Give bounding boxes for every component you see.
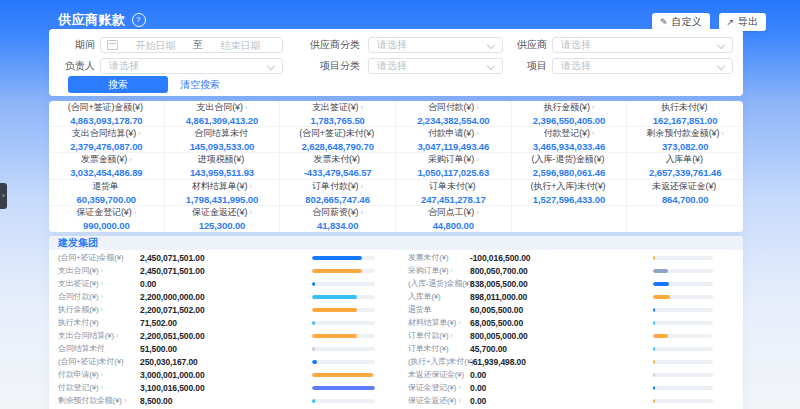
summary-cell[interactable]: 付款登记(¥)› 3,465,934,033.46 bbox=[512, 127, 628, 153]
account-row: 合同结算未付 51,500.00 bbox=[49, 342, 375, 355]
clear-search-button[interactable]: 清空搜索 bbox=[180, 76, 220, 93]
chevron-right-icon: › bbox=[100, 384, 102, 391]
chevron-right-icon: › bbox=[476, 129, 479, 138]
summary-cell-value: 1,798,431,995.00 bbox=[186, 194, 258, 205]
account-row[interactable]: 剩余预付款金额(¥)› 8,500.00 bbox=[49, 394, 375, 407]
account-row[interactable]: 保证金返还(¥)› 0.00 bbox=[396, 394, 713, 407]
account-row[interactable]: 付款申请(¥)› 3,000,001,000.00 bbox=[49, 368, 375, 381]
account-row-value: 800,050,700.00 bbox=[470, 266, 528, 276]
company-rows: (合同+签证)金额(¥) 2,450,071,501.00 支出合同(¥)› 2… bbox=[49, 250, 743, 409]
drawer-handle[interactable]: › bbox=[0, 183, 7, 209]
account-row-value: 0.00 bbox=[470, 396, 486, 406]
supplier-accounts-page: 供应商账款 ? ✎ 自定义 ↗ 导出 › 期间 至 供应商分类 请选择 供应商 bbox=[0, 0, 800, 409]
owner-select[interactable]: 请选择 bbox=[100, 58, 283, 74]
select-placeholder: 请选择 bbox=[561, 38, 591, 52]
account-row[interactable]: 支出签证(¥)› 0.00 bbox=[49, 277, 375, 290]
date-range-picker[interactable]: 至 bbox=[100, 37, 283, 53]
summary-cell-label: 执行金额(¥)› bbox=[544, 101, 595, 114]
summary-cell[interactable]: 保证金登记(¥)› 990,000.00 bbox=[49, 206, 165, 232]
account-row-value: 0.00 bbox=[470, 370, 486, 380]
summary-cell-label: 退货单 bbox=[92, 180, 121, 193]
search-button[interactable]: 搜索 bbox=[68, 76, 168, 93]
summary-cell-label: (入库-退货)金额(¥) bbox=[532, 153, 607, 166]
summary-cell[interactable]: 合同薪资(¥)› 41,834.00 bbox=[280, 206, 396, 232]
account-row-label: (入库-退货)金额(¥) bbox=[396, 278, 470, 289]
company-name-link[interactable]: 建发集团 bbox=[58, 236, 98, 250]
account-row: 订单未付(¥) 45,700.00 bbox=[396, 342, 713, 355]
summary-cell-label: 付款登记(¥)› bbox=[544, 127, 595, 140]
account-row[interactable]: 合同付款(¥)› 2,200,000,000.00 bbox=[49, 290, 375, 303]
summary-cell-value: 2,596,980,061.46 bbox=[533, 167, 605, 178]
summary-cell[interactable]: 订单付款(¥)› 802,665,747.46 bbox=[280, 180, 396, 206]
account-row: 入库单(¥) 898,011,000.00 bbox=[396, 290, 713, 303]
summary-cell-value: -433,479,546.57 bbox=[304, 167, 372, 178]
summary-cell-label: (合同+签证)金额(¥) bbox=[68, 101, 145, 114]
filter-panel: 期间 至 供应商分类 请选择 供应商 请选择 负责人 请选择 项目分类 请选择 … bbox=[49, 29, 743, 96]
summary-cell[interactable]: 支出签证(¥)› 1,783,765.50 bbox=[280, 101, 396, 127]
amount-bar bbox=[312, 321, 375, 325]
company-rows-left-column: (合同+签证)金额(¥) 2,450,071,501.00 支出合同(¥)› 2… bbox=[49, 250, 396, 409]
project-select[interactable]: 请选择 bbox=[552, 58, 733, 74]
summary-cell[interactable]: 支出合同(¥)› 4,861,309,413.20 bbox=[165, 101, 281, 127]
summary-cell[interactable]: 合同点工(¥)› 44,800.00 bbox=[396, 206, 512, 232]
summary-cell[interactable]: 支出合同结算(¥)› 2,379,476,087.00 bbox=[49, 127, 165, 153]
account-row[interactable]: 采购订单(¥)› 800,050,700.00 bbox=[396, 264, 713, 277]
summary-cell[interactable]: 剩余预付款金额(¥)› 373,082.00 bbox=[627, 127, 743, 153]
summary-cell: 入库单(¥) 2,657,339,761.46 bbox=[627, 153, 743, 179]
account-row-label: 发票未付(¥) bbox=[396, 252, 470, 263]
end-date-input[interactable] bbox=[205, 40, 276, 51]
start-date-input[interactable] bbox=[120, 40, 191, 51]
summary-cell-label: 保证金返还(¥)› bbox=[192, 206, 252, 219]
account-row: (合同+签证)金额(¥) 2,450,071,501.00 bbox=[49, 251, 375, 264]
amount-bar-fill bbox=[653, 256, 655, 260]
summary-cell[interactable]: 采购订单(¥)› 1,050,117,025.63 bbox=[396, 153, 512, 179]
summary-cell: 合同结算未付 145,093,533.00 bbox=[165, 127, 281, 153]
summary-cell-label: 合同点工(¥)› bbox=[428, 206, 479, 219]
summary-cell[interactable]: 执行金额(¥)› 2,396,550,405.00 bbox=[512, 101, 628, 127]
amount-bar-fill bbox=[312, 386, 375, 390]
account-row[interactable]: 付款登记(¥)› 3,100,016,500.00 bbox=[49, 381, 375, 394]
chevron-right-icon: › bbox=[100, 293, 102, 300]
account-row[interactable]: 保证金登记(¥)› 0.00 bbox=[396, 381, 713, 394]
account-row[interactable]: 支出合同(¥)› 2,450,071,501.00 bbox=[49, 264, 375, 277]
summary-cell-label: (合同+签证)未付(¥) bbox=[299, 127, 376, 140]
account-row-value: 800,005,000.00 bbox=[470, 331, 528, 341]
summary-cell[interactable]: 合同付款(¥)› 2,234,382,554.00 bbox=[396, 101, 512, 127]
account-row: 退货单 60,005,500.00 bbox=[396, 303, 713, 316]
summary-cell-value: 3,047,119,493.46 bbox=[417, 141, 489, 152]
summary-cell-value: 2,234,382,554.00 bbox=[417, 115, 489, 126]
summary-cell[interactable]: 付款申请(¥)› 3,047,119,493.46 bbox=[396, 127, 512, 153]
chevron-right-icon: › bbox=[458, 384, 460, 391]
summary-cell-value: 247,451,278.17 bbox=[421, 194, 486, 205]
supplier-select[interactable]: 请选择 bbox=[552, 37, 733, 53]
amount-bar-fill bbox=[312, 360, 317, 364]
summary-cell-label: (执行+入库)未付(¥) bbox=[530, 180, 607, 193]
amount-bar-fill bbox=[653, 308, 655, 312]
customize-button-label: 自定义 bbox=[672, 15, 702, 29]
chevron-right-icon: › bbox=[134, 208, 137, 217]
account-row[interactable]: 材料结算单(¥)› 68,005,500.00 bbox=[396, 316, 713, 329]
summary-cell-value: 2,657,339,761.46 bbox=[649, 167, 721, 178]
summary-cell[interactable]: 发票金额(¥)› 3,032,454,486.89 bbox=[49, 153, 165, 179]
chevron-right-icon: › bbox=[2, 192, 4, 199]
chevron-right-icon: › bbox=[361, 103, 364, 112]
chevron-right-icon: › bbox=[249, 182, 252, 191]
chevron-down-icon bbox=[717, 41, 725, 49]
account-row[interactable]: 订单付款(¥)› 800,005,000.00 bbox=[396, 329, 713, 342]
account-row[interactable]: 支出合同结算(¥)› 2,200,051,500.00 bbox=[49, 329, 375, 342]
amount-bar bbox=[653, 334, 713, 338]
amount-bar-fill bbox=[653, 373, 655, 377]
summary-cell-value: 1,050,117,025.63 bbox=[417, 167, 489, 178]
edit-icon: ✎ bbox=[660, 18, 668, 27]
summary-cell[interactable]: 保证金返还(¥)› 125,300.00 bbox=[165, 206, 281, 232]
amount-bar bbox=[312, 399, 375, 403]
account-row-label: 执行未付(¥) bbox=[49, 317, 140, 328]
help-icon[interactable]: ? bbox=[132, 13, 146, 27]
amount-bar-fill bbox=[653, 347, 655, 351]
company-rows-right-column: 发票未付(¥) -100,016,500.00 采购订单(¥)› 800,050… bbox=[396, 250, 743, 409]
summary-cell[interactable]: 材料结算单(¥)› 1,798,431,995.00 bbox=[165, 180, 281, 206]
amount-bar-fill bbox=[653, 386, 655, 390]
select-placeholder: 请选择 bbox=[561, 59, 591, 73]
summary-cell-label: 保证金登记(¥)› bbox=[76, 206, 136, 219]
account-row[interactable]: 执行金额(¥)› 2,200,071,502.00 bbox=[49, 303, 375, 316]
